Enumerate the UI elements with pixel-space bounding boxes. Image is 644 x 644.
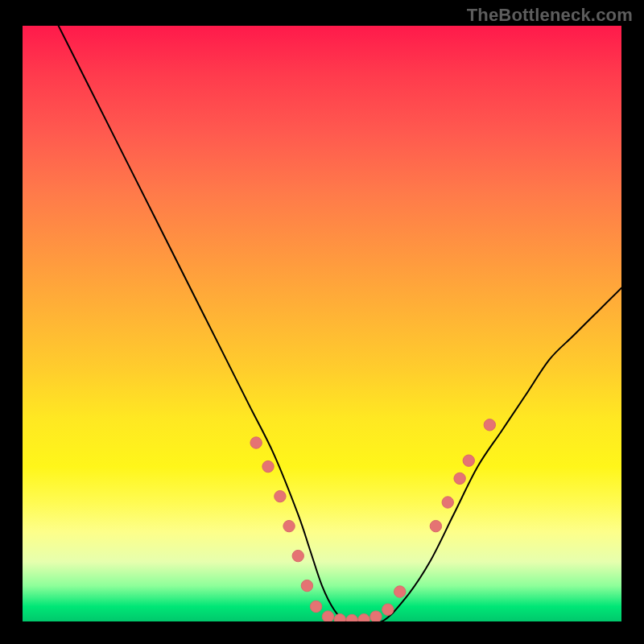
data-dot — [346, 614, 357, 621]
data-dot — [442, 497, 453, 508]
data-dot — [370, 611, 382, 621]
data-dot — [484, 419, 495, 431]
data-dot — [463, 455, 474, 466]
data-dot — [454, 473, 465, 484]
data-dot — [310, 601, 321, 612]
data-dot — [292, 550, 303, 561]
data-dot — [358, 614, 369, 621]
data-dot — [262, 460, 274, 472]
data-dot — [283, 520, 295, 531]
data-dot — [394, 586, 406, 597]
data-dot — [334, 614, 345, 621]
data-dot — [430, 520, 441, 531]
data-dot — [275, 490, 286, 502]
curve-layer — [23, 26, 621, 621]
data-dot — [382, 604, 394, 615]
data-dot — [322, 611, 333, 621]
watermark-text: TheBottleneck.com — [467, 5, 633, 26]
data-dot — [250, 437, 262, 448]
bottleneck-curve — [59, 26, 621, 621]
data-dot — [301, 580, 312, 591]
data-dots — [250, 419, 496, 621]
chart-frame: TheBottleneck.com — [0, 0, 644, 644]
plot-area — [23, 26, 621, 621]
